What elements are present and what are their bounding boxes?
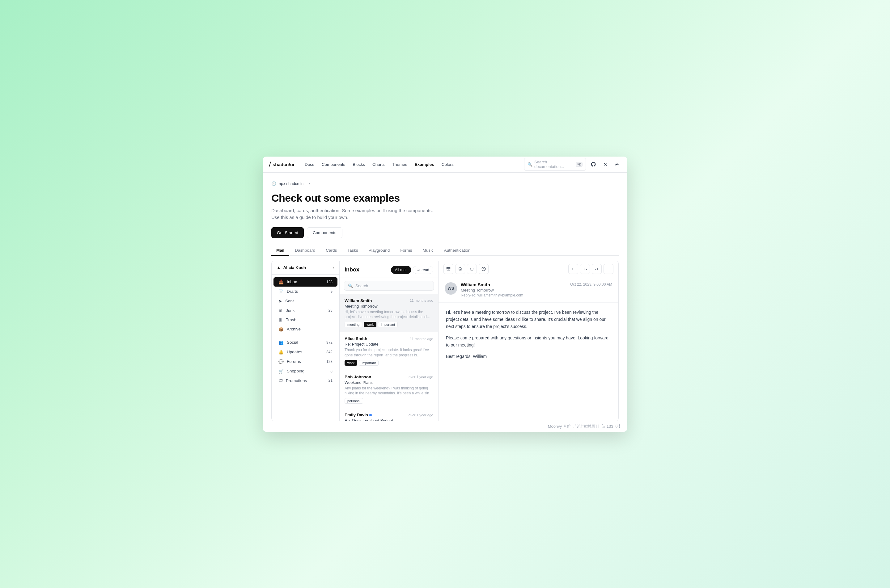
social-badge: 972: [326, 340, 332, 345]
sidebar-item-junk[interactable]: 🗑 Junk 23: [274, 306, 337, 315]
sidebar-item-forums-left: 💬 Forums: [278, 359, 301, 364]
mail-item-1-header: Alice Smith 11 months ago: [344, 336, 433, 341]
nav-right: 🔍 Search documentation... ⌘K ✕ ☀: [524, 158, 621, 171]
nav-link-blocks[interactable]: Blocks: [350, 160, 368, 169]
mail-item-3-header: Emily Davis over 1 year ago: [344, 412, 433, 417]
drafts-badge: 9: [330, 290, 332, 294]
github-icon[interactable]: [589, 160, 598, 169]
sidebar-label-forums: Forums: [287, 359, 301, 364]
twitter-icon[interactable]: ✕: [601, 160, 609, 169]
nav-link-colors[interactable]: Colors: [439, 160, 457, 169]
delete-button[interactable]: [467, 264, 477, 274]
forward-button[interactable]: [592, 264, 602, 274]
mail-sender-3: Emily Davis: [344, 412, 368, 417]
mail-subject-2: Weekend Plans: [344, 380, 433, 385]
mail-preview-2: Any plans for the weekend? I was thinkin…: [344, 386, 433, 396]
mail-item-0[interactable]: William Smith 11 months ago Meeting Tomo…: [340, 294, 438, 332]
mail-detail-toolbar: ⋯: [439, 261, 618, 278]
snooze-button[interactable]: [479, 264, 489, 274]
junk-button[interactable]: [455, 264, 465, 274]
forums-icon: 💬: [278, 359, 284, 364]
nav-bar: ⧸ shadcn/ui Docs Components Blocks Chart…: [263, 157, 627, 172]
shopping-icon: 🛒: [278, 369, 284, 374]
sidebar-label-junk: Junk: [286, 308, 295, 313]
search-icon: 🔍: [528, 162, 532, 167]
tab-authentication[interactable]: Authentication: [439, 246, 476, 256]
sidebar-item-forums[interactable]: 💬 Forums 128: [274, 357, 337, 366]
sidebar-label-promotions: Promotions: [286, 378, 307, 383]
nav-link-examples[interactable]: Examples: [412, 160, 437, 169]
nav-links: Docs Components Blocks Charts Themes Exa…: [302, 160, 517, 169]
filter-unread[interactable]: Unread: [413, 266, 433, 274]
trash-icon: 🗑: [278, 318, 283, 322]
sidebar-item-drafts[interactable]: 📄 Drafts 9: [274, 287, 337, 296]
mail-subject-1: Re: Project Update: [344, 342, 433, 346]
page-description: Dashboard, cards, authentication. Some e…: [271, 207, 619, 221]
tab-tasks[interactable]: Tasks: [343, 246, 363, 256]
sidebar-item-updates[interactable]: 🔔 Updates 342: [274, 347, 337, 357]
page-desc-line2: Use this as a guide to build your own.: [271, 214, 619, 221]
unread-dot-3: [369, 414, 372, 416]
filter-all[interactable]: All mail: [391, 266, 411, 274]
reply-all-button[interactable]: [568, 264, 578, 274]
mail-preview-1: Thank you for the project update. It loo…: [344, 347, 433, 358]
sidebar-item-updates-left: 🔔 Updates: [278, 350, 302, 354]
archive-button[interactable]: [443, 264, 453, 274]
body-paragraph-3: Best regards, William: [446, 353, 611, 360]
mail-item-2[interactable]: Bob Johnson over 1 year ago Weekend Plan…: [340, 370, 438, 409]
browser-window: ⧸ shadcn/ui Docs Components Blocks Chart…: [263, 157, 627, 432]
tab-forms[interactable]: Forms: [395, 246, 417, 256]
tab-dashboard[interactable]: Dashboard: [290, 246, 320, 256]
sidebar-user[interactable]: ▲ Alicia Koch: [277, 265, 306, 270]
sidebar-item-promotions[interactable]: 🏷 Promotions 21: [274, 376, 337, 385]
sidebar-item-archive-left: 📦 Archive: [278, 327, 301, 332]
sidebar-label-social: Social: [287, 340, 298, 345]
components-button[interactable]: Components: [307, 227, 343, 238]
sidebar-item-trash-left: 🗑 Trash: [278, 318, 296, 322]
sidebar-item-archive[interactable]: 📦 Archive: [274, 325, 337, 334]
mail-item-1[interactable]: Alice Smith 11 months ago Re: Project Up…: [340, 332, 438, 370]
detail-sender-name: William Smith: [461, 282, 567, 287]
inbox-badge: 128: [326, 280, 332, 284]
mail-time-0: 11 months ago: [410, 298, 433, 302]
detail-reply-to: Reply-To: williamsmith@example.com: [461, 293, 567, 297]
nav-logo[interactable]: ⧸ shadcn/ui: [269, 162, 294, 167]
tab-mail[interactable]: Mail: [271, 246, 289, 256]
sidebar-item-shopping[interactable]: 🛒 Shopping 8: [274, 367, 337, 376]
nav-link-components[interactable]: Components: [319, 160, 349, 169]
search-placeholder: Search: [355, 284, 368, 288]
mail-subject-3: Re: Question about Budget: [344, 418, 433, 421]
search-input-container[interactable]: 🔍 Search: [344, 281, 434, 291]
sidebar-item-inbox[interactable]: 📥 Inbox 128: [274, 278, 337, 286]
tab-cards[interactable]: Cards: [321, 246, 342, 256]
tag-work: work: [364, 322, 376, 327]
sidebar-item-social[interactable]: 👥 Social 972: [274, 338, 337, 347]
more-options-button[interactable]: ⋯: [604, 264, 613, 274]
reply-to-label: Reply-To:: [461, 293, 477, 297]
logo-text: shadcn/ui: [272, 162, 294, 167]
mail-item-3[interactable]: Emily Davis over 1 year ago Re: Question…: [340, 408, 438, 421]
sidebar-label-drafts: Drafts: [287, 289, 298, 294]
tab-music[interactable]: Music: [418, 246, 438, 256]
tag-work-1: work: [344, 360, 357, 366]
nav-search[interactable]: 🔍 Search documentation... ⌘K: [524, 158, 586, 171]
reply-button[interactable]: [580, 264, 590, 274]
updates-icon: 🔔: [278, 350, 284, 354]
sidebar-item-sent[interactable]: ➤ Sent: [274, 297, 337, 306]
theme-toggle-icon[interactable]: ☀: [612, 160, 621, 169]
mail-detail-header: WS William Smith Meeting Tomorrow Reply-…: [439, 278, 618, 303]
get-started-button[interactable]: Get Started: [271, 227, 304, 238]
mail-container: ▲ Alicia Koch ▾ 📥 Inbox 128: [271, 261, 619, 421]
nav-link-charts[interactable]: Charts: [369, 160, 388, 169]
mail-tags-0: meeting work important: [344, 322, 433, 327]
promotions-badge: 21: [328, 378, 332, 382]
nav-link-themes[interactable]: Themes: [389, 160, 410, 169]
avatar: WS: [445, 282, 457, 295]
sidebar-item-shopping-left: 🛒 Shopping: [278, 369, 304, 374]
sidebar-item-trash[interactable]: 🗑 Trash: [274, 315, 337, 324]
tab-playground[interactable]: Playground: [364, 246, 395, 256]
nav-link-docs[interactable]: Docs: [302, 160, 317, 169]
mail-preview-0: Hi, let's have a meeting tomorrow to dis…: [344, 309, 433, 320]
sidebar-item-drafts-left: 📄 Drafts: [278, 289, 298, 294]
username: Alicia Koch: [283, 265, 306, 270]
